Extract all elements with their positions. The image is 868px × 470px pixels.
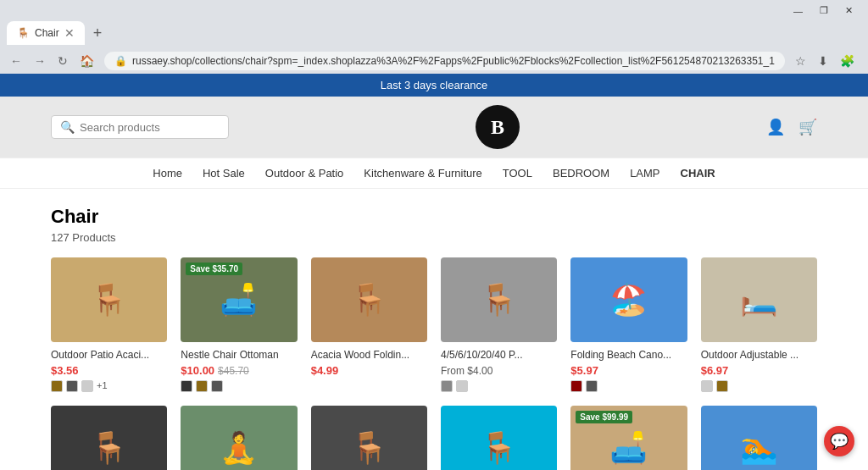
product-card[interactable]: Save $99.99 🛋️ Father's Day Best ... [570, 406, 687, 470]
product-price-area: $6.97 [701, 364, 817, 377]
site-header: 🔍 B 👤 🛒 [0, 97, 868, 158]
window-controls[interactable]: — ❐ ✕ [785, 3, 861, 18]
product-thumbnail: 🪑 [441, 406, 557, 470]
lock-icon: 🔒 [114, 55, 127, 67]
product-card[interactable]: 🪑 Foldable Adjustable ... [51, 406, 167, 470]
product-name: Nestle Chair Ottoman [181, 349, 297, 361]
main-content: Chair 127 Products 🪑 Outdoor Patio Acaci… [0, 189, 868, 470]
header-icons: 👤 🛒 [766, 118, 817, 136]
product-thumbnail: 🪑 [311, 406, 427, 470]
product-card[interactable]: 🏖️ Folding Beach Cano... $5.97 [570, 257, 687, 392]
nav-item-tool[interactable]: TOOL [503, 167, 532, 180]
product-price-area: $3.56 [51, 364, 167, 377]
color-swatch[interactable] [586, 380, 598, 392]
search-input[interactable] [80, 121, 220, 134]
active-tab[interactable]: 🪑 Chair ✕ [7, 21, 85, 45]
logo-letter: B [491, 116, 504, 139]
nav-item-home[interactable]: Home [153, 167, 182, 180]
color-swatch[interactable] [716, 380, 728, 392]
site-nav: HomeHot SaleOutdoor & PatioKitchenware &… [0, 158, 868, 189]
color-swatch[interactable] [456, 380, 468, 392]
color-swatch[interactable] [196, 380, 208, 392]
chat-bubble[interactable]: 💬 [824, 426, 854, 456]
color-swatch[interactable] [211, 380, 223, 392]
color-swatch[interactable] [181, 380, 192, 392]
window-titlebar: — ❐ ✕ [0, 0, 868, 21]
nav-item-lamp[interactable]: LAMP [630, 167, 659, 180]
address-bar[interactable]: 🔒 russaey.shop/collections/chair?spm=_in… [104, 52, 785, 70]
product-price: $3.56 [51, 364, 79, 377]
nav-item-kitchenware-&-furniture[interactable]: Kitchenware & Furniture [364, 167, 481, 180]
product-from-price: From $4.00 [441, 365, 492, 377]
color-swatch[interactable] [441, 380, 453, 392]
product-card[interactable]: 🏊 Outdoor Adjustable ... [701, 406, 817, 470]
product-badge: Save $35.70 [186, 263, 242, 275]
browser-nav: ← → ↻ 🏠 [7, 53, 97, 69]
product-thumbnail: 🪑 [51, 406, 167, 470]
tab-favicon: 🪑 [17, 27, 30, 39]
product-image: 🪑 [311, 406, 427, 470]
home-button[interactable]: 🏠 [76, 53, 97, 69]
product-name: Outdoor Adjustable ... [701, 349, 817, 361]
cart-icon[interactable]: 🛒 [798, 118, 817, 136]
product-card[interactable]: 🪑 Outdoor Patio Acaci... $3.56 +1 [51, 257, 167, 392]
product-price-area: From $4.00 [441, 364, 557, 377]
product-card[interactable]: 🪑 Adirondack Chair ,P... [441, 406, 557, 470]
account-icon[interactable]: 👤 [766, 118, 785, 136]
product-card[interactable]: 🪑 Recliner Luxury Cam... [311, 406, 427, 470]
product-name: Outdoor Patio Acaci... [51, 349, 167, 361]
search-box[interactable]: 🔍 [51, 115, 229, 139]
color-swatches [570, 380, 687, 392]
color-swatches [181, 380, 297, 392]
site-logo: B [476, 105, 520, 149]
new-tab-button[interactable]: + [88, 25, 108, 42]
color-swatch[interactable] [701, 380, 713, 392]
product-image: Save $99.99 🛋️ [570, 406, 687, 470]
product-count: 127 Products [51, 231, 817, 244]
product-card[interactable]: 🛏️ Outdoor Adjustable ... $6.97 [701, 257, 817, 392]
extensions-icon[interactable]: 🧩 [837, 53, 858, 69]
product-card[interactable]: 🧘 2 Pcs Portable 3-Pos... [181, 406, 297, 470]
product-card[interactable]: Save $35.70 🛋️ Nestle Chair Ottoman $10.… [181, 257, 297, 392]
product-price: $6.97 [701, 364, 729, 377]
product-image: 🪑 [441, 406, 557, 470]
announcement-text: Last 3 days clearance [381, 79, 487, 91]
close-button[interactable]: ✕ [837, 3, 861, 18]
product-original-price: $45.70 [218, 365, 249, 377]
product-card[interactable]: 🪑 4/5/6/10/20/40 P... From $4.00 [441, 257, 557, 392]
color-swatch[interactable] [66, 380, 78, 392]
product-price-area: $4.99 [311, 364, 427, 377]
nav-item-bedroom[interactable]: BEDROOM [553, 167, 609, 180]
product-image: 🪑 [441, 257, 557, 342]
product-image: 🏖️ [570, 257, 687, 342]
color-swatch[interactable] [570, 380, 582, 392]
product-name: 4/5/6/10/20/40 P... [441, 349, 557, 361]
product-price-area: $10.00$45.70 [181, 364, 297, 377]
color-swatch[interactable] [81, 380, 93, 392]
product-image: Save $35.70 🛋️ [181, 257, 297, 342]
color-swatch[interactable] [51, 380, 63, 392]
product-thumbnail: 🪑 [441, 257, 557, 342]
bookmark-icon[interactable]: ☆ [792, 53, 810, 69]
product-image: 🪑 [51, 406, 167, 470]
nav-item-outdoor-&-patio[interactable]: Outdoor & Patio [265, 167, 344, 180]
tab-bar: 🪑 Chair ✕ + [0, 21, 868, 45]
profile-icon[interactable]: 👤 [863, 53, 868, 69]
back-button[interactable]: ← [7, 53, 25, 69]
maximize-button[interactable]: ❐ [811, 3, 837, 18]
product-card[interactable]: 🪑 Acacia Wood Foldin... $4.99 [311, 257, 427, 392]
forward-button[interactable]: → [31, 53, 49, 69]
nav-item-hot-sale[interactable]: Hot Sale [203, 167, 245, 180]
color-swatches [441, 380, 557, 392]
product-price: $5.97 [570, 364, 598, 377]
download-icon[interactable]: ⬇ [815, 53, 832, 69]
product-thumbnail: 🏊 [701, 406, 817, 470]
reload-button[interactable]: ↻ [54, 53, 71, 69]
product-thumbnail: 🛏️ [701, 257, 817, 342]
tab-close-icon[interactable]: ✕ [64, 26, 75, 40]
search-icon: 🔍 [60, 120, 75, 134]
product-thumbnail: 🧘 [181, 406, 297, 470]
minimize-button[interactable]: — [785, 3, 811, 18]
product-image: 🛏️ [701, 257, 817, 342]
nav-item-chair[interactable]: CHAIR [681, 167, 715, 180]
